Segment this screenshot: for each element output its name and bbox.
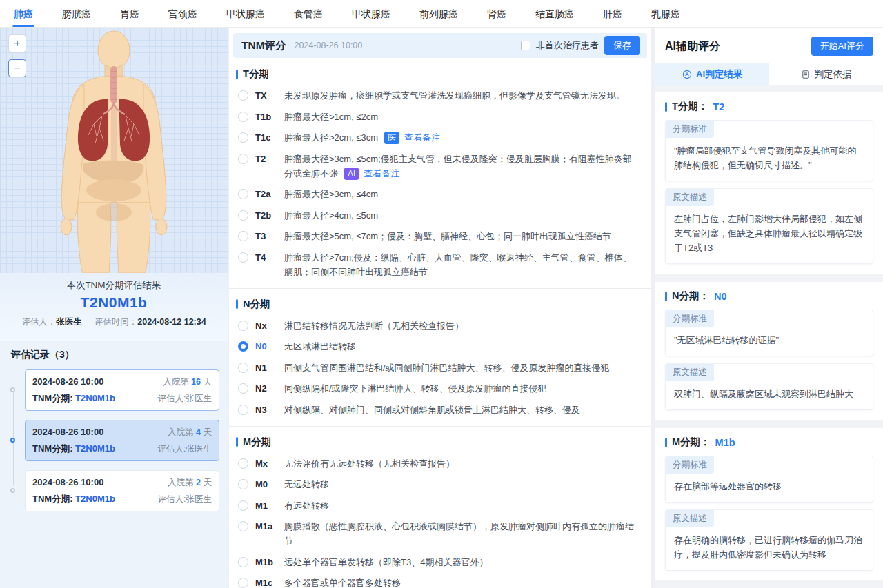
stage-option-m1b[interactable]: M1b远处单个器官单发转移（即除T3、4期相关器官外） xyxy=(236,555,640,569)
ai-stage-title: N分期：N0 xyxy=(665,290,873,303)
record-card[interactable]: 2024-08-26 10:00入院第 2 天TNM分期: T2N0M1b评估人… xyxy=(25,470,219,511)
record-admission-day: 入院第 2 天 xyxy=(168,477,212,489)
radio-icon[interactable] xyxy=(238,341,248,352)
stage-option-n2[interactable]: N2同侧纵隔和/或隆突下淋巴结肿大、转移、侵及原发肿瘤的直接侵犯 xyxy=(236,381,640,396)
stage-option-t3[interactable]: T3肿瘤最大径>5cm, ≤7cm；侵及：胸壁、膈神经、心包；同一肺叶出现孤立性… xyxy=(236,229,640,243)
cancer-tabs: 肺癌膀胱癌胃癌宫颈癌甲状腺癌食管癌甲状腺癌前列腺癌肾癌结直肠癌肝癌乳腺癌 xyxy=(0,0,883,28)
stage-option-m1c[interactable]: M1c多个器官或单个器官多处转移 xyxy=(236,576,640,588)
cancer-tab[interactable]: 甲状腺癌 xyxy=(225,1,266,27)
zoom-in-button[interactable]: + xyxy=(8,34,26,52)
cancer-tab[interactable]: 宫颈癌 xyxy=(167,1,199,27)
cancer-tab[interactable]: 肾癌 xyxy=(486,1,508,27)
radio-icon[interactable] xyxy=(238,479,248,489)
cancer-tab[interactable]: 结直肠癌 xyxy=(534,1,575,27)
stage-code: TX xyxy=(255,88,278,103)
record-assessor: 评估人:张医生 xyxy=(158,393,212,405)
record-admission-day: 入院第 4 天 xyxy=(168,427,212,438)
radio-icon[interactable] xyxy=(238,231,248,241)
section-title-bar xyxy=(236,70,238,79)
record-card[interactable]: 2024-08-26 10:00入院第 4 天TNM分期: T2N0M1b评估人… xyxy=(25,420,219,461)
cancer-tab[interactable]: 前列腺癌 xyxy=(418,1,459,27)
non-first-treatment-label: 非首次治疗患者 xyxy=(536,39,599,52)
radio-icon[interactable] xyxy=(238,405,248,415)
main-columns: + − xyxy=(0,28,883,588)
record-list-item[interactable]: 2024-08-26 10:00入院第 4 天TNM分期: T2N0M1b评估人… xyxy=(25,420,219,461)
stage-option-m1a[interactable]: M1a胸膜播散（恶性胸腔积液、心包积液或胸膜结节），原发肿瘤对侧肺叶内有孤立的肿… xyxy=(236,519,640,548)
record-card[interactable]: 2024-08-26 10:00入院第 16 天TNM分期: T2N0M1b评估… xyxy=(25,369,219,411)
record-list-item[interactable]: 2024-08-26 10:00入院第 16 天TNM分期: T2N0M1b评估… xyxy=(25,369,219,411)
view-note-link[interactable]: 查看备注 xyxy=(364,168,399,179)
card-text: "肿瘤局部侵犯至支气管导致闭塞及其他可能的肺结构侵犯，但无确切尺寸描述。" xyxy=(666,138,873,181)
stage-description: 肿瘤最大径>7cm;侵及：纵隔、心脏、大血管、隆突、喉返神经、主气管、食管、椎体… xyxy=(284,250,640,279)
ai-stage-block: T分期：T2分期标准"肿瘤局部侵犯至支气管导致闭塞及其他可能的肺结构侵犯，但无确… xyxy=(655,92,883,274)
radio-icon[interactable] xyxy=(238,521,248,531)
section-title-bar xyxy=(665,438,667,447)
cancer-tab[interactable]: 肝癌 xyxy=(602,1,624,27)
stage-option-t1c[interactable]: T1c肿瘤最大径>2cm, ≤3cm医查看备注 xyxy=(236,130,640,145)
card-text: 存在脑部等远处器官的转移 xyxy=(666,474,873,502)
radio-icon[interactable] xyxy=(238,578,248,588)
radio-icon[interactable] xyxy=(238,90,248,101)
stage-option-t1b[interactable]: T1b肿瘤最大径>1cm, ≤2cm xyxy=(236,110,640,124)
stage-option-t4[interactable]: T4肿瘤最大径>7cm;侵及：纵隔、心脏、大血管、隆突、喉返神经、主气管、食管、… xyxy=(236,250,640,279)
stage-option-nx[interactable]: Nx淋巴结转移情况无法判断（无相关检查报告） xyxy=(236,318,640,333)
stage-option-t2a[interactable]: T2a肿瘤最大径>3cm, ≤4cm xyxy=(236,187,640,201)
card-tag: 分期标准 xyxy=(666,121,714,138)
cancer-tab[interactable]: 甲状腺癌 xyxy=(350,1,392,27)
radio-icon[interactable] xyxy=(238,321,248,331)
radio-icon[interactable] xyxy=(238,189,248,199)
view-note-link[interactable]: 查看备注 xyxy=(404,132,440,143)
stage-option-t2[interactable]: T2肿瘤最大径>3cm, ≤5cm;侵犯主支气管，但未侵及隆突；侵及脏层胸膜；有… xyxy=(236,152,640,181)
section-title-bar xyxy=(665,292,667,301)
record-list-item[interactable]: 2024-08-26 10:00入院第 2 天TNM分期: T2N0M1b评估人… xyxy=(25,470,219,511)
stage-code: N1 xyxy=(255,361,278,375)
card-tag: 分期标准 xyxy=(666,310,714,327)
radio-icon[interactable] xyxy=(238,363,248,373)
save-button[interactable]: 保存 xyxy=(604,36,640,55)
radio-icon[interactable] xyxy=(238,210,248,221)
tnm-staging-app: 肺癌膀胱癌胃癌宫颈癌甲状腺癌食管癌甲状腺癌前列腺癌肾癌结直肠癌肝癌乳腺癌 + − xyxy=(0,0,883,588)
section-title-bar xyxy=(236,299,238,309)
stage-option-n1[interactable]: N1同侧支气管周围淋巴结和/或同侧肺门淋巴结肿大、转移、侵及原发肿瘤的直接侵犯 xyxy=(236,361,640,375)
radio-icon[interactable] xyxy=(238,252,248,263)
stage-option-m0[interactable]: M0无远处转移 xyxy=(236,477,640,491)
result-title: 本次TNM分期评估结果 xyxy=(0,279,228,292)
ai-stage-value: T2 xyxy=(713,101,724,112)
timeline-dot-icon xyxy=(10,488,15,493)
cancer-tab[interactable]: 胃癌 xyxy=(119,1,141,27)
cancer-tab[interactable]: 乳腺癌 xyxy=(650,1,682,27)
radio-icon[interactable] xyxy=(238,154,248,164)
radio-icon[interactable] xyxy=(238,500,248,511)
stage-description: 同侧支气管周围淋巴结和/或同侧肺门淋巴结肿大、转移、侵及原发肿瘤的直接侵犯 xyxy=(284,361,640,375)
tab-judgment-basis[interactable]: 判定依据 xyxy=(769,63,883,85)
zoom-out-button[interactable]: − xyxy=(8,59,26,77)
stage-option-mx[interactable]: Mx无法评价有无远处转移（无相关检查报告） xyxy=(236,456,640,471)
stage-option-tx[interactable]: TX未发现原发肿瘤，痰细胞学或支气管灌洗发现癌细胞，但影像学及支气管镜无法发现。 xyxy=(236,88,640,103)
stage-code: M1b xyxy=(255,555,278,569)
start-ai-score-button[interactable]: 开始AI评分 xyxy=(811,37,873,56)
radio-icon[interactable] xyxy=(238,132,248,143)
radio-icon[interactable] xyxy=(238,383,248,394)
tnm-score-datetime: 2024-08-26 10:00 xyxy=(295,41,363,50)
stage-option-t2b[interactable]: T2b肿瘤最大径>4cm, ≤5cm xyxy=(236,208,640,223)
cancer-tab[interactable]: 肺癌 xyxy=(12,1,34,27)
stage-option-n0[interactable]: N0无区域淋巴结转移 xyxy=(236,339,640,354)
radio-icon[interactable] xyxy=(238,557,248,567)
stage-option-n3[interactable]: N3对侧纵隔、对侧肺门、同侧或对侧斜角肌或锁骨上淋巴结肿大、转移、侵及 xyxy=(236,403,640,417)
radio-icon[interactable] xyxy=(238,458,248,469)
card-text: "无区域淋巴结转移的证据" xyxy=(666,327,873,356)
stage-description: 肿瘤最大径>5cm, ≤7cm；侵及：胸壁、膈神经、心包；同一肺叶出现孤立性癌结… xyxy=(284,229,640,243)
stage-option-m1[interactable]: M1有远处转移 xyxy=(236,498,640,513)
tnm-score-title: TNM评分 xyxy=(241,39,286,53)
cancer-tab[interactable]: 膀胱癌 xyxy=(61,1,92,27)
radio-icon[interactable] xyxy=(238,112,248,122)
records-title: 评估记录（3） xyxy=(11,349,219,361)
stage-description: 未发现原发肿瘤，痰细胞学或支气管灌洗发现癌细胞，但影像学及支气管镜无法发现。 xyxy=(284,88,640,103)
ai-tabs: AI判定结果 判定依据 xyxy=(655,63,883,85)
non-first-treatment-checkbox[interactable] xyxy=(521,41,530,50)
section-divider xyxy=(229,426,651,427)
stage-code: M0 xyxy=(255,477,278,491)
ai-blocks: T分期：T2分期标准"肿瘤局部侵犯至支气管导致闭塞及其他可能的肺结构侵犯，但无确… xyxy=(655,85,883,588)
cancer-tab[interactable]: 食管癌 xyxy=(292,1,324,27)
tab-ai-result[interactable]: AI判定结果 xyxy=(655,63,769,85)
